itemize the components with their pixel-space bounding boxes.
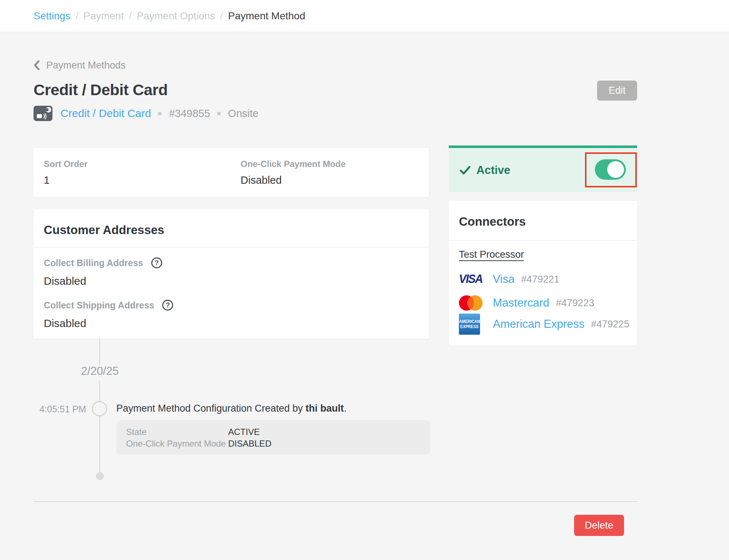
summary-card: Sort Order 1 One-Click Payment Mode Disa… <box>34 148 429 197</box>
active-label: Active <box>476 164 510 177</box>
sort-order-label: Sort Order <box>44 159 87 169</box>
collect-shipping-address-field: Collect Shipping Address ? Disabled <box>44 300 173 330</box>
amex-logo: AMERICAN EXPRESS <box>459 314 480 335</box>
mastercard-id: #479223 <box>556 298 594 309</box>
timeline-event-marker <box>92 401 107 416</box>
breadcrumb-payment-options[interactable]: Payment Options <box>137 10 215 22</box>
breadcrumb-separator: / <box>75 10 78 22</box>
divider <box>34 501 638 502</box>
timeline-line <box>99 416 100 473</box>
active-toggle[interactable] <box>595 159 626 180</box>
event-actor: thi bault <box>305 403 344 414</box>
one-click-mode-value: Disabled <box>241 174 346 186</box>
sort-order-value: 1 <box>44 174 87 186</box>
breadcrumb-separator: / <box>220 10 223 22</box>
payment-method-summary-row: Credit / Debit Card #349855 Onsite <box>34 105 258 121</box>
timeline-line <box>99 339 100 365</box>
amex-logo-line: AMERICAN <box>459 319 480 324</box>
breadcrumb-payment-method: Payment Method <box>228 10 305 22</box>
timeline-line <box>99 381 100 401</box>
page-title: Credit / Debit Card <box>34 81 168 99</box>
divider <box>449 240 637 241</box>
timeline-date: 2/20/25 <box>63 365 136 378</box>
active-status-panel: Active <box>449 145 637 192</box>
separator-dot <box>217 112 221 115</box>
connectors-title: Connectors <box>459 215 526 229</box>
breadcrumb-payment[interactable]: Payment <box>83 10 124 22</box>
payment-method-link[interactable]: Credit / Debit Card <box>61 107 151 120</box>
customer-addresses-card: Customer Addresses Collect Billing Addre… <box>34 209 429 339</box>
checkmark-icon <box>460 165 471 175</box>
breadcrumb-separator: / <box>129 10 132 22</box>
detail-state-value: ACTIVE <box>228 426 260 438</box>
divider <box>34 247 429 248</box>
back-link-label: Payment Methods <box>46 60 126 71</box>
payment-method-type: Onsite <box>228 108 258 120</box>
one-click-mode-label: One-Click Payment Mode <box>241 159 346 169</box>
timeline-event-details: State ACTIVE One-Click Payment Mode DISA… <box>116 420 430 455</box>
one-click-mode-field: One-Click Payment Mode Disabled <box>241 159 346 186</box>
connectors-panel: Connectors Test Processor VISA Visa #479… <box>449 201 637 346</box>
connector-row-visa: VISA Visa #479221 <box>459 270 560 288</box>
connector-row-amex: AMERICAN EXPRESS American Express #47922… <box>459 313 629 335</box>
toggle-knob <box>607 161 624 178</box>
test-processor-link[interactable]: Test Processor <box>459 249 524 260</box>
detail-state-label: State <box>126 426 228 438</box>
visa-logo: VISA <box>459 272 482 286</box>
breadcrumb-settings[interactable]: Settings <box>34 10 70 22</box>
visa-link[interactable]: Visa <box>493 273 515 286</box>
event-text: Payment Method Configuration Created by <box>116 403 305 414</box>
customer-addresses-title: Customer Addresses <box>44 223 164 237</box>
detail-one-click-value: DISABLED <box>228 438 272 450</box>
mastercard-logo <box>459 295 483 311</box>
payment-method-id: #349855 <box>169 108 210 120</box>
amex-link[interactable]: American Express <box>493 318 585 331</box>
amex-id: #479225 <box>591 319 629 330</box>
separator-dot <box>158 112 161 115</box>
chevron-left-icon <box>34 60 40 70</box>
active-status: Active <box>460 148 510 192</box>
timeline-event-time: 4:05:51 PM <box>13 404 86 415</box>
collect-shipping-address-label: Collect Shipping Address <box>44 300 154 311</box>
collect-shipping-address-value: Disabled <box>44 317 173 330</box>
top-bar: Settings / Payment / Payment Options / P… <box>0 0 729 32</box>
help-icon[interactable]: ? <box>162 300 173 311</box>
back-to-payment-methods-link[interactable]: Payment Methods <box>34 59 126 71</box>
event-text: . <box>344 403 347 414</box>
delete-button[interactable]: Delete <box>574 515 624 536</box>
edit-button[interactable]: Edit <box>597 81 637 101</box>
mastercard-link[interactable]: Mastercard <box>493 296 549 310</box>
collect-billing-address-value: Disabled <box>44 275 162 287</box>
detail-one-click-label: One-Click Payment Mode <box>126 438 228 450</box>
timeline-event-text: Payment Method Configuration Created by … <box>116 403 347 414</box>
collect-billing-address-field: Collect Billing Address ? Disabled <box>44 257 162 287</box>
collect-billing-address-label: Collect Billing Address <box>44 258 143 268</box>
timeline-end-dot <box>96 472 104 480</box>
connector-row-mastercard: Mastercard #479223 <box>459 294 594 312</box>
credit-card-icon <box>34 106 52 121</box>
amex-logo-line: EXPRESS <box>460 324 479 329</box>
help-icon[interactable]: ? <box>151 257 162 268</box>
sort-order-field: Sort Order 1 <box>44 159 87 186</box>
visa-id: #479221 <box>521 274 560 285</box>
